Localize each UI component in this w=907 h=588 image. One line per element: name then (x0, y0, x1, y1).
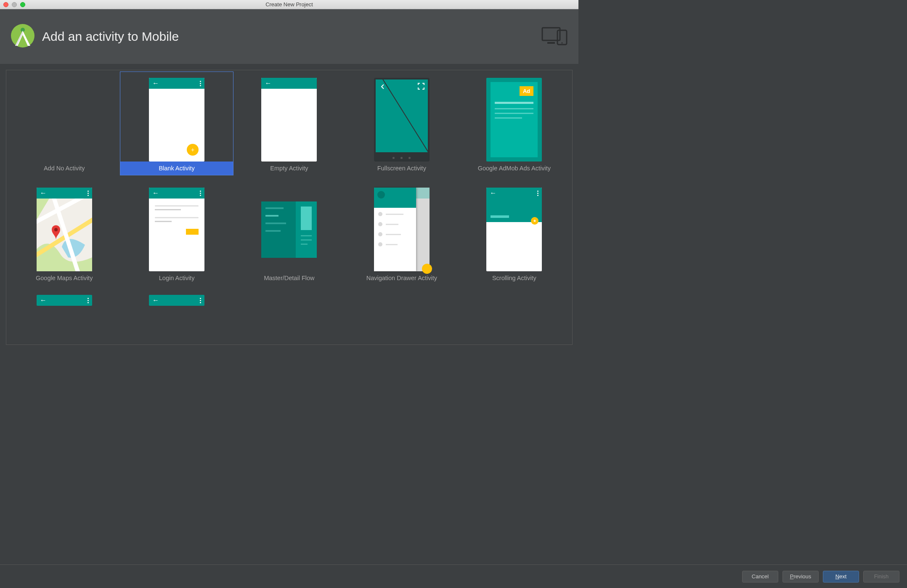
template-thumbnail: ← (37, 295, 92, 306)
wizard-header: Add an activity to Mobile (0, 9, 578, 64)
back-arrow-icon: ← (152, 80, 159, 87)
map-thumbnail-icon (37, 199, 92, 271)
fullscreen-icon (418, 83, 424, 91)
back-arrow-icon: ← (152, 190, 159, 196)
close-window-button[interactable] (3, 2, 8, 7)
star-icon: ★ (531, 217, 538, 225)
template-login-activity[interactable]: ← Login Acti (120, 182, 233, 285)
thumb-appbar: ← (486, 188, 542, 199)
window-titlebar: Create New Project (0, 0, 578, 9)
login-button-icon (186, 229, 199, 235)
template-thumbnail (37, 78, 92, 162)
window-controls (3, 2, 25, 7)
wizard-content: Add No Activity ← Blank Ac (0, 64, 578, 351)
template-master-detail-flow[interactable]: Master/Detail Flow (233, 182, 345, 285)
template-label: Navigation Drawer Activity (345, 271, 458, 285)
template-google-maps-activity[interactable]: ← (8, 182, 120, 285)
overflow-menu-icon (88, 298, 89, 303)
overflow-menu-icon (200, 298, 201, 303)
template-thumbnail: Ad (486, 78, 542, 162)
header-left: Add an activity to Mobile (9, 22, 179, 51)
template-blank-activity[interactable]: ← Blank Activity (120, 72, 233, 175)
zoom-window-button[interactable] (20, 2, 25, 7)
template-navigation-drawer-activity[interactable]: Navigation Drawer Activity (345, 182, 458, 285)
back-arrow-icon: ← (40, 297, 47, 304)
template-thumbnail: ← (149, 78, 204, 162)
svg-rect-3 (547, 42, 555, 44)
ad-badge: Ad (520, 86, 533, 96)
android-studio-logo-icon (9, 22, 36, 51)
template-label: Login Activity (120, 271, 233, 285)
overflow-menu-icon (88, 191, 89, 196)
template-thumbnail (374, 78, 430, 162)
template-label: Google Maps Activity (8, 271, 120, 285)
template-thumbnail: ← ★ (486, 188, 542, 271)
template-label: Blank Activity (120, 162, 233, 175)
template-thumbnail (261, 188, 317, 271)
thumb-appbar: ← (37, 295, 92, 306)
fab-icon (187, 144, 199, 156)
tablet-thumbnail-icon (261, 201, 317, 258)
thumb-appbar: ← (261, 78, 317, 89)
template-scrolling-activity[interactable]: ← ★ Scrolling Activity (458, 182, 570, 285)
template-add-no-activity[interactable]: Add No Activity (8, 72, 120, 175)
back-arrow-icon: ← (152, 297, 159, 304)
template-label: Add No Activity (8, 162, 120, 175)
template-partial-2[interactable]: ← (120, 291, 233, 306)
template-thumbnail: ← (37, 188, 92, 271)
template-label: Master/Detail Flow (233, 271, 345, 285)
overflow-menu-icon (200, 81, 201, 86)
template-label: Google AdMob Ads Activity (458, 162, 570, 175)
template-label: Empty Activity (233, 162, 345, 175)
template-thumbnail: ← (149, 295, 204, 306)
template-label: Fullscreen Activity (345, 162, 458, 175)
activity-gallery: Add No Activity ← Blank Ac (6, 70, 573, 345)
thumb-appbar: ← (149, 78, 204, 89)
svg-point-7 (54, 228, 58, 231)
back-arrow-icon: ← (490, 190, 496, 196)
template-empty-activity[interactable]: ← Empty Activity (233, 72, 345, 175)
overflow-menu-icon (200, 191, 201, 196)
back-arrow-icon: ← (265, 80, 271, 87)
svg-point-5 (561, 42, 562, 43)
fab-icon (422, 264, 432, 274)
template-thumbnail: ← (149, 188, 204, 271)
window-title: Create New Project (0, 1, 578, 8)
template-partial-1[interactable]: ← (8, 291, 120, 306)
thumb-appbar: ← (37, 188, 92, 199)
svg-point-0 (11, 24, 34, 48)
thumb-appbar: ← (149, 295, 204, 306)
back-arrow-icon (380, 84, 386, 91)
overflow-menu-icon (537, 191, 538, 196)
template-thumbnail: ← (261, 78, 317, 162)
template-admob-activity[interactable]: Ad Google AdMob Ads Activity (458, 72, 570, 175)
pager-dots-icon (374, 157, 430, 159)
devices-icon (541, 26, 569, 47)
back-arrow-icon: ← (40, 190, 47, 196)
template-thumbnail (374, 188, 430, 271)
thumb-appbar: ← (149, 188, 204, 199)
wizard-step-title: Add an activity to Mobile (42, 29, 179, 44)
template-fullscreen-activity[interactable]: Fullscreen Activity (345, 72, 458, 175)
minimize-window-button[interactable] (12, 2, 17, 7)
avatar-icon (377, 191, 385, 199)
template-label: Scrolling Activity (458, 271, 570, 285)
